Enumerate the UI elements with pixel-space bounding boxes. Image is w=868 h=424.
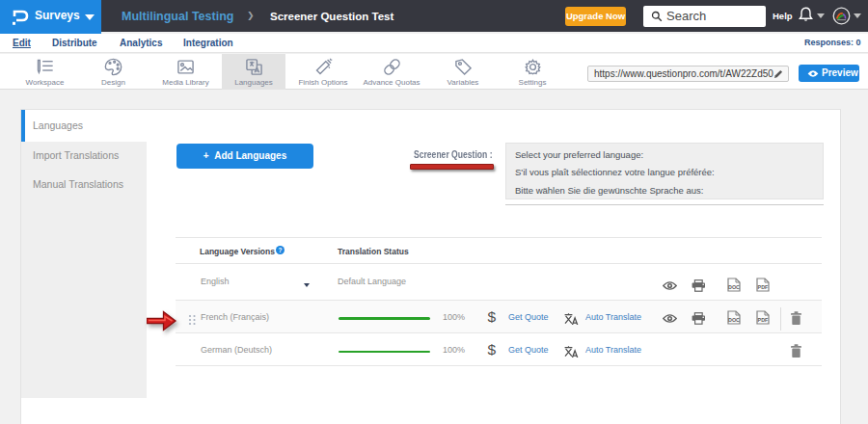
svg-text:PDF: PDF: [758, 284, 769, 290]
svg-text:?: ?: [279, 247, 283, 253]
svg-text:DOC: DOC: [728, 284, 740, 290]
svg-text:DOC: DOC: [728, 317, 740, 323]
svg-text:PDF: PDF: [758, 317, 769, 323]
